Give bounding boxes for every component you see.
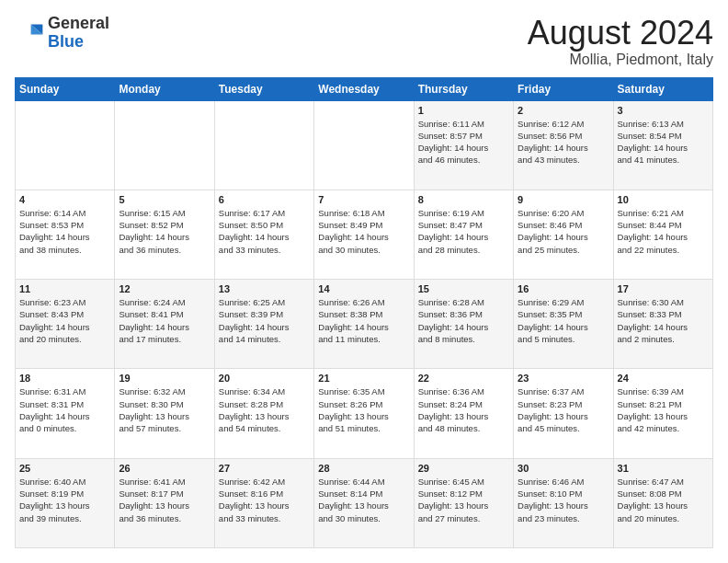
day-info: Sunrise: 6:12 AM Sunset: 8:56 PM Dayligh… — [518, 118, 609, 167]
logo-general: General — [48, 14, 109, 32]
col-thursday: Thursday — [414, 77, 513, 100]
calendar-cell: 30Sunrise: 6:46 AM Sunset: 8:10 PM Dayli… — [514, 458, 613, 547]
day-number: 10 — [618, 194, 709, 205]
calendar-cell — [16, 100, 115, 190]
calendar-week-row: 4Sunrise: 6:14 AM Sunset: 8:53 PM Daylig… — [16, 190, 713, 279]
day-number: 14 — [318, 283, 409, 294]
day-number: 16 — [518, 283, 609, 294]
day-info: Sunrise: 6:40 AM Sunset: 8:19 PM Dayligh… — [19, 476, 110, 524]
calendar-cell: 24Sunrise: 6:39 AM Sunset: 8:21 PM Dayli… — [613, 369, 712, 458]
calendar-header-row: Sunday Monday Tuesday Wednesday Thursday… — [16, 77, 713, 100]
calendar-week-row: 18Sunrise: 6:31 AM Sunset: 8:31 PM Dayli… — [16, 369, 713, 458]
day-number: 26 — [119, 463, 210, 474]
header: General Blue August 2024 Mollia, Piedmon… — [15, 15, 713, 68]
day-info: Sunrise: 6:45 AM Sunset: 8:12 PM Dayligh… — [418, 476, 509, 524]
calendar-cell: 19Sunrise: 6:32 AM Sunset: 8:30 PM Dayli… — [115, 369, 214, 458]
day-info: Sunrise: 6:37 AM Sunset: 8:23 PM Dayligh… — [518, 385, 609, 434]
calendar-cell: 10Sunrise: 6:21 AM Sunset: 8:44 PM Dayli… — [613, 190, 712, 279]
calendar-cell: 26Sunrise: 6:41 AM Sunset: 8:17 PM Dayli… — [115, 458, 214, 547]
day-number: 19 — [119, 373, 210, 384]
day-info: Sunrise: 6:26 AM Sunset: 8:38 PM Dayligh… — [318, 296, 409, 345]
day-number: 7 — [318, 194, 409, 205]
day-number: 25 — [19, 463, 110, 474]
day-number: 31 — [618, 463, 709, 474]
day-info: Sunrise: 6:14 AM Sunset: 8:53 PM Dayligh… — [19, 207, 110, 256]
calendar-week-row: 1Sunrise: 6:11 AM Sunset: 8:57 PM Daylig… — [16, 100, 713, 190]
calendar-cell: 1Sunrise: 6:11 AM Sunset: 8:57 PM Daylig… — [414, 100, 513, 190]
day-info: Sunrise: 6:23 AM Sunset: 8:43 PM Dayligh… — [19, 296, 110, 345]
day-number: 20 — [219, 373, 310, 384]
day-number: 30 — [518, 463, 609, 474]
calendar-cell — [314, 100, 414, 190]
logo-blue: Blue — [48, 32, 84, 51]
calendar-cell: 23Sunrise: 6:37 AM Sunset: 8:23 PM Dayli… — [514, 369, 613, 458]
day-number: 24 — [618, 373, 709, 384]
location-subtitle: Mollia, Piedmont, Italy — [528, 52, 713, 68]
day-number: 15 — [418, 283, 509, 294]
calendar-cell: 12Sunrise: 6:24 AM Sunset: 8:41 PM Dayli… — [115, 280, 214, 369]
day-number: 18 — [19, 373, 110, 384]
calendar-cell: 18Sunrise: 6:31 AM Sunset: 8:31 PM Dayli… — [16, 369, 115, 458]
day-number: 6 — [219, 194, 310, 205]
day-info: Sunrise: 6:30 AM Sunset: 8:33 PM Dayligh… — [618, 296, 709, 345]
page: General Blue August 2024 Mollia, Piedmon… — [0, 0, 728, 563]
calendar-cell: 22Sunrise: 6:36 AM Sunset: 8:24 PM Dayli… — [414, 369, 513, 458]
calendar-cell: 3Sunrise: 6:13 AM Sunset: 8:54 PM Daylig… — [613, 100, 712, 190]
calendar-cell: 13Sunrise: 6:25 AM Sunset: 8:39 PM Dayli… — [214, 280, 313, 369]
calendar-week-row: 11Sunrise: 6:23 AM Sunset: 8:43 PM Dayli… — [16, 280, 713, 369]
day-number: 3 — [618, 105, 709, 116]
day-number: 27 — [219, 463, 310, 474]
day-info: Sunrise: 6:18 AM Sunset: 8:49 PM Dayligh… — [318, 207, 409, 256]
day-info: Sunrise: 6:31 AM Sunset: 8:31 PM Dayligh… — [19, 385, 110, 434]
day-info: Sunrise: 6:46 AM Sunset: 8:10 PM Dayligh… — [518, 476, 609, 524]
calendar-cell: 20Sunrise: 6:34 AM Sunset: 8:28 PM Dayli… — [214, 369, 313, 458]
calendar-week-row: 25Sunrise: 6:40 AM Sunset: 8:19 PM Dayli… — [16, 458, 713, 547]
day-info: Sunrise: 6:21 AM Sunset: 8:44 PM Dayligh… — [618, 207, 709, 256]
day-info: Sunrise: 6:36 AM Sunset: 8:24 PM Dayligh… — [418, 385, 509, 434]
day-info: Sunrise: 6:32 AM Sunset: 8:30 PM Dayligh… — [119, 385, 210, 434]
day-info: Sunrise: 6:11 AM Sunset: 8:57 PM Dayligh… — [418, 118, 509, 167]
day-info: Sunrise: 6:41 AM Sunset: 8:17 PM Dayligh… — [119, 476, 210, 524]
day-info: Sunrise: 6:29 AM Sunset: 8:35 PM Dayligh… — [518, 296, 609, 345]
day-number: 17 — [618, 283, 709, 294]
day-info: Sunrise: 6:34 AM Sunset: 8:28 PM Dayligh… — [219, 385, 310, 434]
day-info: Sunrise: 6:47 AM Sunset: 8:08 PM Dayligh… — [618, 476, 709, 524]
day-info: Sunrise: 6:13 AM Sunset: 8:54 PM Dayligh… — [618, 118, 709, 167]
calendar-cell: 5Sunrise: 6:15 AM Sunset: 8:52 PM Daylig… — [115, 190, 214, 279]
day-info: Sunrise: 6:42 AM Sunset: 8:16 PM Dayligh… — [219, 476, 310, 524]
day-number: 28 — [318, 463, 409, 474]
calendar-cell: 29Sunrise: 6:45 AM Sunset: 8:12 PM Dayli… — [414, 458, 513, 547]
title-block: August 2024 Mollia, Piedmont, Italy — [528, 15, 713, 68]
calendar-cell: 2Sunrise: 6:12 AM Sunset: 8:56 PM Daylig… — [514, 100, 613, 190]
day-info: Sunrise: 6:39 AM Sunset: 8:21 PM Dayligh… — [618, 385, 709, 434]
calendar-cell: 6Sunrise: 6:17 AM Sunset: 8:50 PM Daylig… — [214, 190, 313, 279]
calendar-cell: 27Sunrise: 6:42 AM Sunset: 8:16 PM Dayli… — [214, 458, 313, 547]
col-saturday: Saturday — [613, 77, 712, 100]
day-number: 12 — [119, 283, 210, 294]
day-number: 8 — [418, 194, 509, 205]
calendar-cell: 4Sunrise: 6:14 AM Sunset: 8:53 PM Daylig… — [16, 190, 115, 279]
calendar-cell: 16Sunrise: 6:29 AM Sunset: 8:35 PM Dayli… — [514, 280, 613, 369]
day-info: Sunrise: 6:25 AM Sunset: 8:39 PM Dayligh… — [219, 296, 310, 345]
day-info: Sunrise: 6:19 AM Sunset: 8:47 PM Dayligh… — [418, 207, 509, 256]
calendar-cell: 28Sunrise: 6:44 AM Sunset: 8:14 PM Dayli… — [314, 458, 414, 547]
day-number: 23 — [518, 373, 609, 384]
logo-icon — [15, 18, 44, 48]
col-monday: Monday — [115, 77, 214, 100]
day-info: Sunrise: 6:35 AM Sunset: 8:26 PM Dayligh… — [318, 385, 409, 434]
calendar-cell: 25Sunrise: 6:40 AM Sunset: 8:19 PM Dayli… — [16, 458, 115, 547]
calendar-cell: 9Sunrise: 6:20 AM Sunset: 8:46 PM Daylig… — [514, 190, 613, 279]
day-number: 5 — [119, 194, 210, 205]
day-number: 1 — [418, 105, 509, 116]
day-number: 11 — [19, 283, 110, 294]
calendar-cell: 14Sunrise: 6:26 AM Sunset: 8:38 PM Dayli… — [314, 280, 414, 369]
day-number: 13 — [219, 283, 310, 294]
day-number: 4 — [19, 194, 110, 205]
logo-text: General Blue — [48, 15, 109, 52]
calendar-cell — [115, 100, 214, 190]
calendar-cell — [214, 100, 313, 190]
day-info: Sunrise: 6:28 AM Sunset: 8:36 PM Dayligh… — [418, 296, 509, 345]
day-info: Sunrise: 6:17 AM Sunset: 8:50 PM Dayligh… — [219, 207, 310, 256]
day-number: 21 — [318, 373, 409, 384]
logo: General Blue — [15, 15, 109, 52]
